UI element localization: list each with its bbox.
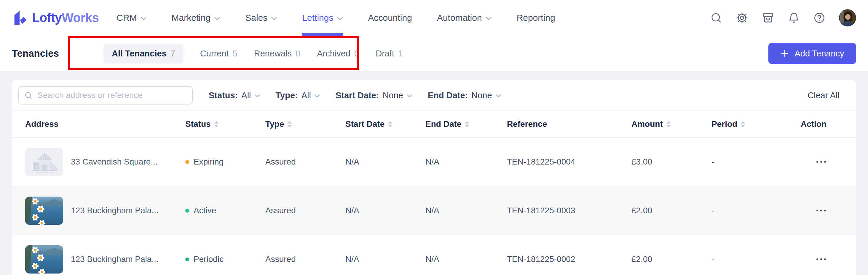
column-header[interactable]: End Date bbox=[425, 119, 507, 129]
table-row[interactable]: 33 Cavendish Square... Expiring Assured … bbox=[12, 138, 856, 187]
filters-bar: Status: All Type: All Start Date: None E… bbox=[12, 80, 856, 110]
nav-item-label: Reporting bbox=[517, 13, 555, 23]
row-actions-button[interactable] bbox=[816, 158, 827, 166]
help-icon[interactable] bbox=[813, 12, 825, 24]
column-header[interactable]: Start Date bbox=[345, 119, 425, 129]
address-text: 123 Buckingham Pala... bbox=[71, 206, 159, 215]
nav-item-label: CRM bbox=[117, 13, 137, 23]
clear-all-button[interactable]: Clear All bbox=[806, 90, 841, 101]
nav-item-label: Automation bbox=[437, 13, 482, 23]
sort-icon[interactable] bbox=[214, 121, 218, 128]
end-date-cell: N/A bbox=[425, 206, 507, 215]
address-text: 33 Cavendish Square... bbox=[71, 157, 158, 167]
archive-inbox-icon[interactable] bbox=[762, 11, 774, 24]
tenancies-card: Status: All Type: All Start Date: None E… bbox=[12, 80, 856, 275]
type-cell: Assured bbox=[265, 157, 345, 167]
nav-item[interactable]: Automation bbox=[437, 0, 492, 36]
status-dot bbox=[185, 160, 189, 164]
notifications-bell-icon[interactable] bbox=[788, 12, 800, 24]
row-actions-button[interactable] bbox=[816, 255, 827, 263]
nav-item[interactable]: Lettings bbox=[302, 0, 343, 36]
tab-count: 0 bbox=[296, 49, 300, 58]
tab-label: Archived bbox=[317, 49, 350, 58]
tenancy-filter-tab[interactable]: All Tenancies 7 bbox=[103, 44, 184, 63]
column-header[interactable]: Amount bbox=[631, 119, 711, 129]
tab-label: Renewals bbox=[254, 49, 292, 58]
nav-item[interactable]: Reporting bbox=[517, 0, 555, 36]
chevron-down-icon bbox=[337, 17, 343, 21]
tenancy-filter-tab[interactable]: Draft 1 bbox=[376, 49, 403, 58]
reference-cell: TEN-181225-0002 bbox=[507, 254, 631, 264]
period-cell: - bbox=[711, 254, 800, 264]
nav-item-label: Accounting bbox=[368, 13, 412, 23]
start-date-cell: N/A bbox=[345, 157, 425, 167]
row-actions-button[interactable] bbox=[816, 207, 827, 214]
sort-icon[interactable] bbox=[666, 121, 671, 128]
tab-label: Current bbox=[200, 49, 229, 58]
add-tenancy-button[interactable]: Add Tenancy bbox=[768, 43, 856, 64]
tab-count: 1 bbox=[398, 49, 403, 58]
loftyworks-logo[interactable]: LoftyWorks bbox=[12, 9, 99, 26]
search-input[interactable] bbox=[37, 90, 187, 100]
chevron-down-icon bbox=[214, 17, 220, 21]
sort-icon[interactable] bbox=[465, 121, 469, 128]
settings-gear-icon[interactable] bbox=[736, 11, 748, 24]
table-row[interactable]: 123 Buckingham Pala... Periodic Assured … bbox=[12, 235, 856, 275]
nav-item[interactable]: Sales bbox=[245, 0, 277, 36]
status-label: Periodic bbox=[193, 254, 223, 264]
filter-label: End Date: bbox=[428, 90, 468, 100]
filter-dropdown[interactable]: End Date: None bbox=[428, 90, 501, 100]
search-icon[interactable] bbox=[710, 12, 722, 24]
amount-cell: £2.00 bbox=[631, 254, 711, 264]
tenancy-filter-tab[interactable]: Renewals 0 bbox=[254, 49, 300, 58]
table-row[interactable]: 123 Buckingham Pala... Active Assured N/… bbox=[12, 187, 856, 235]
sort-icon[interactable] bbox=[741, 121, 745, 128]
chevron-down-icon bbox=[271, 17, 277, 21]
column-header[interactable]: Period bbox=[711, 119, 800, 129]
filter-dropdown[interactable]: Type: All bbox=[276, 90, 320, 100]
filter-value: All bbox=[241, 90, 251, 100]
page-title: Tenancies bbox=[12, 48, 59, 59]
reference-cell: TEN-181225-0003 bbox=[507, 206, 631, 215]
property-photo bbox=[25, 197, 63, 225]
sort-icon[interactable] bbox=[388, 121, 392, 128]
column-header-label: Status bbox=[185, 119, 211, 129]
tenancy-filter-tab[interactable]: Archived 0 bbox=[317, 49, 359, 58]
status-dot bbox=[185, 257, 189, 262]
reference-cell: TEN-181225-0004 bbox=[507, 157, 631, 167]
building-placeholder-image bbox=[25, 148, 63, 176]
column-header-label: Action bbox=[801, 119, 827, 129]
column-header[interactable]: Type bbox=[265, 119, 345, 129]
end-date-cell: N/A bbox=[425, 254, 507, 264]
search-box bbox=[19, 86, 193, 105]
status-cell: Active bbox=[185, 206, 265, 215]
amount-cell: £3.00 bbox=[631, 157, 711, 167]
logo-text-light: Works bbox=[62, 11, 99, 25]
nav-item[interactable]: Accounting bbox=[368, 0, 412, 36]
nav-item[interactable]: Marketing bbox=[172, 0, 221, 36]
tab-count: 0 bbox=[354, 49, 359, 58]
tenancy-filter-tab[interactable]: Current 5 bbox=[200, 49, 238, 58]
column-header[interactable]: Status bbox=[185, 119, 265, 129]
column-header: Address bbox=[25, 119, 185, 129]
column-header-label: Reference bbox=[507, 119, 547, 129]
nav-item[interactable]: CRM bbox=[117, 0, 147, 36]
plus-icon bbox=[780, 49, 789, 58]
amount-cell: £2.00 bbox=[631, 206, 711, 215]
filter-dropdown[interactable]: Status: All bbox=[209, 90, 260, 100]
action-cell bbox=[800, 255, 827, 263]
chevron-down-icon bbox=[407, 94, 412, 98]
chevron-down-icon bbox=[486, 17, 492, 21]
tenancy-tabs: All Tenancies 7 Current 5 Renewals 0 Arc… bbox=[103, 44, 403, 63]
property-thumbnail bbox=[25, 245, 63, 274]
loftyworks-logo-icon bbox=[12, 9, 27, 26]
property-photo bbox=[25, 245, 63, 274]
filter-label: Status: bbox=[209, 90, 238, 100]
status-dot bbox=[185, 209, 189, 213]
user-avatar[interactable] bbox=[839, 9, 856, 26]
tab-label: Draft bbox=[376, 49, 394, 58]
filter-dropdown[interactable]: Start Date: None bbox=[336, 90, 412, 100]
chevron-down-icon bbox=[141, 17, 147, 21]
period-cell: - bbox=[711, 206, 800, 215]
sort-icon[interactable] bbox=[287, 121, 292, 128]
